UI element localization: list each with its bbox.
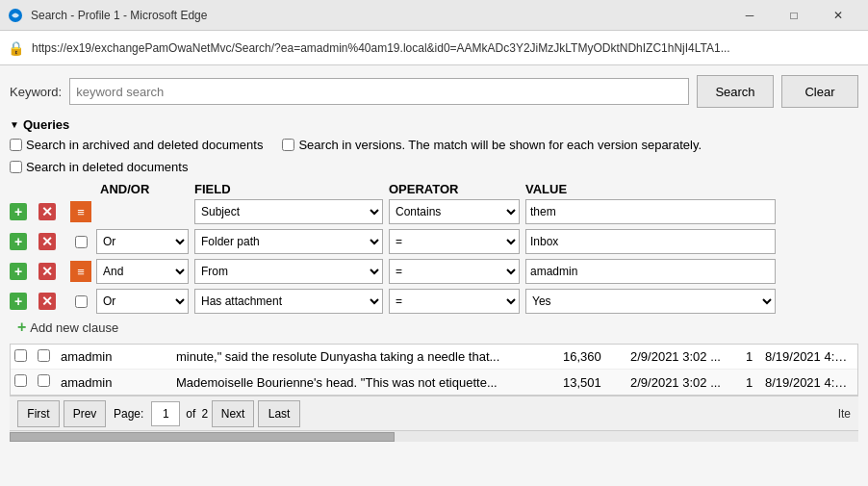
clause-row-2: + ✕ Or And Folder path = xyxy=(10,228,858,255)
result-1-sender: amadmin xyxy=(57,349,172,364)
drag-handle-3[interactable]: ≡ xyxy=(70,261,91,282)
main-content: Keyword: Search Clear ▼ Queries Search i… xyxy=(0,65,868,486)
result-1-checkbox[interactable] xyxy=(14,349,27,362)
drag-icon-1: ≡ xyxy=(77,205,85,219)
result-1-check-col2 xyxy=(34,349,57,365)
operator-select-1[interactable]: Contains xyxy=(389,199,520,224)
field-select-3[interactable]: From xyxy=(194,259,383,284)
checkbox-archived-label: Search in archived and deleted documents xyxy=(26,138,263,152)
browser-icon xyxy=(8,8,23,23)
operator-select-4[interactable]: = xyxy=(389,289,520,314)
result-2-snippet: Mademoiselle Bourienne's head. "This was… xyxy=(172,375,559,390)
collapse-icon[interactable]: ▼ xyxy=(10,119,19,130)
maximize-button[interactable]: □ xyxy=(772,0,816,31)
field-select-4[interactable]: Has attachment xyxy=(194,289,383,314)
header-field: FIELD xyxy=(194,182,387,196)
results-area: amadmin minute," said the resolute Dunya… xyxy=(10,344,858,396)
checkbox-deleted[interactable]: Search in deleted documents xyxy=(10,160,188,174)
add-clause-1-button[interactable]: + xyxy=(10,203,27,220)
keyword-input[interactable] xyxy=(69,78,689,105)
clause-row-3: + ✕ ≡ And Or From = xyxy=(10,258,858,285)
remove-clause-3-button[interactable]: ✕ xyxy=(38,263,56,280)
drag-icon-3: ≡ xyxy=(77,265,85,279)
title-bar: Search - Profile 1 - Microsoft Edge ─ □ … xyxy=(0,0,868,31)
result-1-size: 16,360 xyxy=(559,349,626,364)
result-1-checkbox2[interactable] xyxy=(38,349,50,362)
result-2-checkbox2[interactable] xyxy=(38,374,50,387)
checkboxes-row: Search in archived and deleted documents… xyxy=(10,138,858,152)
prev-button[interactable]: Prev xyxy=(64,400,106,427)
queries-header: ▼ Queries xyxy=(10,117,858,132)
page-input[interactable] xyxy=(151,401,180,426)
checkbox-deleted-input[interactable] xyxy=(10,161,22,173)
field-select-2[interactable]: Folder path xyxy=(194,229,383,254)
queries-section: ▼ Queries Search in archived and deleted… xyxy=(10,117,858,174)
result-1-date2: 8/19/2021 4:10... xyxy=(761,349,857,364)
first-button[interactable]: First xyxy=(17,400,60,427)
result-1-snippet: minute," said the resolute Dunyasha taki… xyxy=(172,349,559,364)
address-bar: 🔒 https://ex19/exchangePamOwaNetMvc/Sear… xyxy=(0,31,868,65)
result-2-checkbox[interactable] xyxy=(14,374,27,387)
close-button[interactable]: ✕ xyxy=(816,0,860,31)
clause-4-checkbox[interactable] xyxy=(75,295,88,308)
checkbox-versions-input[interactable] xyxy=(282,139,294,151)
clause-2-checkbox[interactable] xyxy=(75,236,88,248)
ite-label: Ite xyxy=(838,407,851,421)
last-button[interactable]: Last xyxy=(258,400,300,427)
result-2-sender: amadmin xyxy=(57,375,172,390)
operator-select-3[interactable]: = xyxy=(389,259,520,284)
andor-select-4[interactable]: Or And xyxy=(96,289,189,314)
result-1-col6: 1 xyxy=(742,349,761,364)
lock-icon: 🔒 xyxy=(8,40,24,56)
checkbox-versions[interactable]: Search in versions. The match will be sh… xyxy=(282,138,702,152)
result-row-1: amadmin minute," said the resolute Dunya… xyxy=(11,345,857,370)
add-clause-3-button[interactable]: + xyxy=(10,263,27,280)
page-total: 2 xyxy=(201,407,208,421)
value-input-2[interactable] xyxy=(525,229,776,254)
header-value: VALUE xyxy=(525,182,776,196)
result-2-check-col xyxy=(11,374,34,390)
andor-select-3[interactable]: And Or xyxy=(96,259,189,284)
header-operator: OPERATOR xyxy=(389,182,523,196)
result-1-check-col xyxy=(11,349,34,365)
page-of: of xyxy=(186,407,195,421)
value-input-3[interactable] xyxy=(525,259,776,284)
operator-select-2[interactable]: = xyxy=(389,229,520,254)
value-input-1[interactable] xyxy=(525,199,776,224)
horizontal-scrollbar[interactable] xyxy=(10,430,858,442)
result-2-col6: 1 xyxy=(742,375,761,390)
result-row-2: amadmin Mademoiselle Bourienne's head. "… xyxy=(11,370,857,395)
keyword-label: Keyword: xyxy=(10,85,62,99)
field-select-1[interactable]: Subject xyxy=(194,199,383,224)
add-new-clause[interactable]: + Add new clause xyxy=(17,319,858,336)
remove-clause-1-button[interactable]: ✕ xyxy=(38,203,56,220)
checkbox-archived[interactable]: Search in archived and deleted documents xyxy=(10,138,263,152)
remove-clause-2-button[interactable]: ✕ xyxy=(38,233,56,250)
add-clause-2-button[interactable]: + xyxy=(10,233,27,250)
drag-handle-1[interactable]: ≡ xyxy=(70,201,91,222)
remove-clause-4-button[interactable]: ✕ xyxy=(38,293,56,310)
search-button[interactable]: Search xyxy=(697,75,774,108)
header-andor: AND/OR xyxy=(96,182,192,196)
result-2-date2: 8/19/2021 4:10... xyxy=(761,375,857,390)
clause-row-4: + ✕ Or And Has attachment = Yes No xyxy=(10,288,858,315)
checkbox-archived-input[interactable] xyxy=(10,139,22,151)
window-title: Search - Profile 1 - Microsoft Edge xyxy=(31,9,728,22)
window-controls: ─ □ ✕ xyxy=(728,0,860,31)
result-2-check-col2 xyxy=(34,374,57,390)
checkbox-deleted-label: Search in deleted documents xyxy=(26,160,188,174)
checkbox-versions-label: Search in versions. The match will be sh… xyxy=(298,138,702,152)
scrollbar-thumb[interactable] xyxy=(10,432,395,442)
page-label: Page: xyxy=(114,407,143,421)
result-2-size: 13,501 xyxy=(559,375,626,390)
clause-row-1: + ✕ ≡ Subject Contains xyxy=(10,198,858,225)
url-text: https://ex19/exchangePamOwaNetMvc/Search… xyxy=(32,41,860,55)
add-clause-4-button[interactable]: + xyxy=(10,293,27,310)
minimize-button[interactable]: ─ xyxy=(728,0,772,31)
pagination-bar: First Prev Page: of 2 Next Last Ite xyxy=(10,396,858,430)
checkboxes-row-2: Search in deleted documents xyxy=(10,160,858,174)
value-select-4[interactable]: Yes No xyxy=(525,289,776,314)
clear-button[interactable]: Clear xyxy=(781,75,858,108)
andor-select-2[interactable]: Or And xyxy=(96,229,189,254)
next-button[interactable]: Next xyxy=(212,400,254,427)
